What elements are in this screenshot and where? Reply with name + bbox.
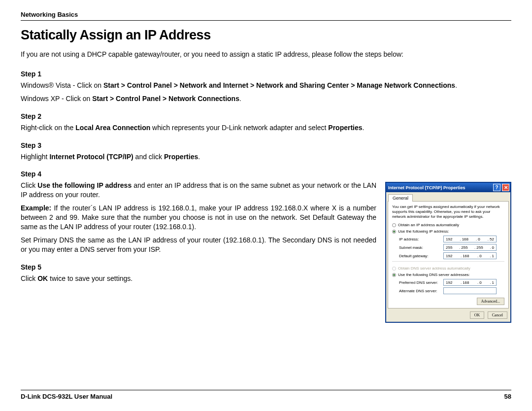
step4-p1: Click Use the following IP address and e… xyxy=(21,181,376,200)
step4-ex-b: Example: xyxy=(21,204,51,212)
step1-vista-pre: Windows® Vista - Click on xyxy=(21,81,103,89)
step1-vista: Windows® Vista - Click on Start > Contro… xyxy=(21,81,511,90)
step2-b2: Properties xyxy=(328,124,362,132)
step3-pre: Highlight xyxy=(21,153,49,161)
dialog-titlebar: Internet Protocol (TCP/IP) Properties ? … xyxy=(386,183,510,192)
header-section: Networking Basics xyxy=(21,11,511,21)
step2-body: Right-click on the Local Area Connection… xyxy=(21,123,511,133)
step3-head: Step 3 xyxy=(21,141,511,149)
adns-label: Alternate DNS server: xyxy=(399,289,443,293)
close-button[interactable]: ✕ xyxy=(502,184,509,191)
step5-body: Click OK twice to save your settings. xyxy=(21,274,376,283)
radio-use-dns-label: Use the following DNS server addresses: xyxy=(398,273,470,277)
step4-example: Example: If the router´s LAN IP address … xyxy=(21,204,376,232)
intro-text: If you are not using a DHCP capable gate… xyxy=(21,50,511,59)
gw-row: Default gateway: 19216801 xyxy=(392,252,504,259)
step4-p1-b: Use the following IP address xyxy=(37,181,132,189)
dialog-title-text: Internet Protocol (TCP/IP) Properties xyxy=(388,185,466,190)
tab-general[interactable]: General xyxy=(388,194,413,202)
step3-b1: Internet Protocol (TCP/IP) xyxy=(49,153,133,161)
radio-use-ip[interactable]: Use the following IP address: xyxy=(392,229,504,234)
pdns-label: Preferred DNS server: xyxy=(399,280,443,285)
advanced-button[interactable]: Advanced... xyxy=(477,298,504,305)
radio-auto-dns-label: Obtain DNS server address automatically xyxy=(398,266,470,271)
step1-xp-path: Start > Control Panel > Network Connecti… xyxy=(92,95,239,103)
step4-p1-pre: Click xyxy=(21,181,37,189)
page-title: Statically Assign an IP Address xyxy=(21,28,511,43)
step1-xp: Windows XP - Click on Start > Control Pa… xyxy=(21,94,511,103)
ip-label: IP address: xyxy=(399,237,443,241)
radio-auto-dns: Obtain DNS server address automatically xyxy=(392,266,504,271)
step5-pre: Click xyxy=(21,274,37,282)
step4-ex-text: If the router´s LAN IP address is 192.16… xyxy=(21,204,376,231)
step5-head: Step 5 xyxy=(21,263,376,271)
ip-row: IP address: 192168052 xyxy=(392,236,504,242)
cancel-button[interactable]: Cancel xyxy=(488,311,507,319)
page-footer: D-Link DCS-932L User Manual 58 xyxy=(21,390,511,400)
step3-body: Highlight Internet Protocol (TCP/IP) and… xyxy=(21,152,511,162)
dialog-panel: You can get IP settings assigned automat… xyxy=(388,201,509,308)
radio-auto-ip-label: Obtain an IP address automatically xyxy=(398,223,459,227)
ok-button[interactable]: OK xyxy=(470,311,485,319)
step1-xp-pre: Windows XP - Click on xyxy=(21,95,92,103)
adns-input[interactable]: .... xyxy=(443,287,497,294)
step5-post: twice to save your settings. xyxy=(48,274,133,282)
step2-b1: Local Area Connection xyxy=(75,124,150,132)
adns-row: Alternate DNS server: .... xyxy=(392,287,504,294)
radio-use-ip-label: Use the following IP address: xyxy=(398,229,449,234)
step1-vista-path: Start > Control Panel > Network and Inte… xyxy=(103,81,455,89)
step3-mid: and click xyxy=(133,153,164,161)
mask-row: Subnet mask: 2552552550 xyxy=(392,244,504,251)
help-button[interactable]: ? xyxy=(493,184,500,191)
step2-pre: Right-click on the xyxy=(21,124,75,132)
step1-head: Step 1 xyxy=(21,70,511,78)
gw-input[interactable]: 19216801 xyxy=(443,252,497,259)
step4-head: Step 4 xyxy=(21,170,511,178)
radio-use-dns[interactable]: Use the following DNS server addresses: xyxy=(392,273,504,277)
step2-mid: which represents your D-Link network ada… xyxy=(150,124,328,132)
tab-strip: General xyxy=(386,192,510,201)
ip-input[interactable]: 192168052 xyxy=(443,236,497,242)
step4-p3: Set Primary DNS the same as the LAN IP a… xyxy=(21,236,376,254)
tcpip-dialog: Internet Protocol (TCP/IP) Properties ? … xyxy=(385,182,511,323)
gw-label: Default gateway: xyxy=(399,254,443,258)
mask-label: Subnet mask: xyxy=(399,245,443,250)
footer-manual-title: D-Link DCS-932L User Manual xyxy=(21,393,112,400)
footer-page-number: 58 xyxy=(504,393,511,400)
step3-b2: Properties xyxy=(164,153,198,161)
radio-auto-ip[interactable]: Obtain an IP address automatically xyxy=(392,223,504,227)
mask-input[interactable]: 2552552550 xyxy=(443,244,497,251)
step5-b1: OK xyxy=(37,274,48,282)
step2-head: Step 2 xyxy=(21,112,511,120)
dialog-desc: You can get IP settings assigned automat… xyxy=(392,205,504,219)
pdns-row: Preferred DNS server: 19216801 xyxy=(392,279,504,286)
pdns-input[interactable]: 19216801 xyxy=(443,279,497,286)
